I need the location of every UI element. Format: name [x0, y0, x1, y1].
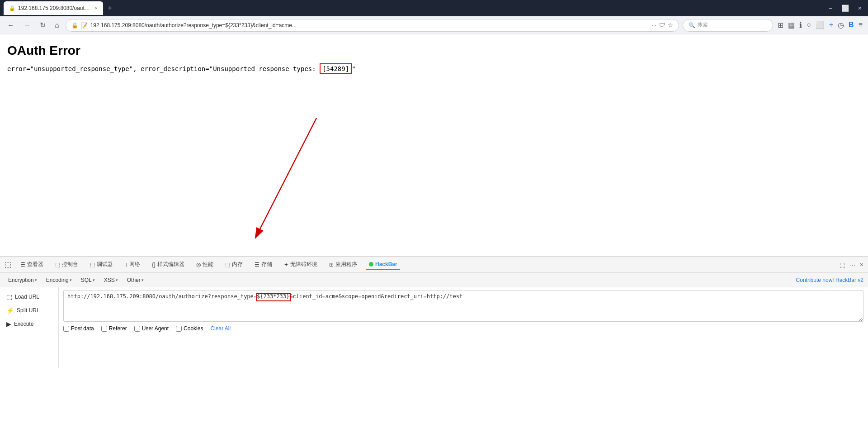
- hackbar-panel: Encryption ▾ Encoding ▾ SQL ▾ XSS ▾ Othe…: [0, 272, 868, 367]
- url-more-icon[interactable]: ···: [651, 22, 656, 29]
- hackbar-dot-icon: [369, 262, 373, 267]
- hackbar-menu-xss[interactable]: XSS ▾: [100, 276, 122, 285]
- bookmark-icon[interactable]: 🛡: [659, 22, 665, 29]
- viewer-label: 查看器: [27, 261, 43, 268]
- debugger-label: 调试器: [97, 261, 113, 268]
- style-label: 样式编辑器: [157, 261, 184, 268]
- encryption-arrow-icon: ▾: [35, 278, 37, 282]
- devtools-more-icon[interactable]: ···: [850, 261, 855, 268]
- devtools-tab-viewer[interactable]: ☰ 查看器: [18, 259, 46, 270]
- browser-chrome: 🔒 192.168.175.209:8080/oauth/au × + − ⬜ …: [0, 0, 868, 16]
- home-button[interactable]: ⌂: [52, 19, 62, 31]
- user-agent-checkbox[interactable]: [134, 326, 140, 332]
- screenshot-icon[interactable]: ⬜: [815, 20, 826, 30]
- account-icon[interactable]: ○: [806, 20, 812, 30]
- reload-button[interactable]: ↻: [37, 19, 48, 31]
- post-data-checkbox[interactable]: [63, 326, 69, 332]
- console-icon: ⬚: [55, 262, 60, 268]
- browser-toolbar-icons: ⊞ ▦ ℹ ○ ⬜ + ◷ B ≡: [777, 20, 863, 30]
- addon-green-icon[interactable]: +: [828, 20, 834, 30]
- svg-line-1: [260, 118, 316, 229]
- menu-icon[interactable]: ≡: [858, 20, 863, 30]
- sidebar-icon[interactable]: ▦: [787, 20, 796, 30]
- devtools-tab-debugger[interactable]: ⬚ 调试器: [87, 259, 116, 270]
- maximize-button[interactable]: ⬜: [839, 4, 852, 13]
- addon-circle-icon[interactable]: ◷: [837, 20, 845, 30]
- other-arrow-icon: ▾: [142, 278, 144, 282]
- tab-title: 192.168.175.209:8080/oauth/au: [18, 5, 92, 11]
- error-highlight-text: [54289]: [322, 65, 349, 72]
- error-prefix: error="unsupported_response_type", error…: [7, 65, 320, 72]
- hackbar-menu-encryption[interactable]: Encryption ▾: [5, 276, 41, 285]
- new-tab-button[interactable]: +: [105, 3, 115, 14]
- close-button[interactable]: ×: [855, 4, 864, 13]
- accessibility-label: 无障碍环境: [290, 261, 317, 268]
- url-display: 192.168.175.209:8080/oauth/authorize?res…: [90, 22, 649, 29]
- post-data-option[interactable]: Post data: [63, 325, 94, 332]
- load-url-label: Load URL: [15, 294, 39, 300]
- hackbar-toolbar: Encryption ▾ Encoding ▾ SQL ▾ XSS ▾ Othe…: [0, 273, 868, 287]
- info-icon[interactable]: ℹ: [798, 20, 803, 30]
- devtools-tab-memory[interactable]: ⬚ 内存: [222, 259, 245, 270]
- load-url-icon: ⬚: [6, 293, 12, 300]
- devtools-popout-icon[interactable]: ⬚: [840, 261, 845, 268]
- tab-close-btn[interactable]: ×: [95, 5, 98, 11]
- devtools-close-icon[interactable]: ×: [860, 261, 863, 268]
- devtools-tab-accessibility[interactable]: ✦ 无障碍环境: [281, 259, 320, 270]
- minimize-button[interactable]: −: [826, 4, 835, 13]
- app-label: 应用程序: [335, 261, 357, 268]
- cookies-option[interactable]: Cookies: [176, 325, 203, 332]
- referer-checkbox[interactable]: [101, 326, 107, 332]
- devtools-tab-network[interactable]: ↕ 网络: [122, 259, 143, 270]
- sql-arrow-icon: ▾: [93, 278, 95, 282]
- url-input[interactable]: http://192.168.175.209:8080/oauth/author…: [63, 290, 863, 322]
- active-tab[interactable]: 🔒 192.168.175.209:8080/oauth/au ×: [4, 1, 103, 15]
- search-bar[interactable]: 🔍 搜索: [683, 19, 773, 32]
- memory-label: 内存: [232, 261, 243, 268]
- contribute-link[interactable]: Contribute now! HackBar v2: [796, 277, 863, 283]
- search-placeholder: 搜索: [697, 21, 708, 29]
- sql-label: SQL: [81, 277, 92, 283]
- execute-label: Execute: [14, 321, 33, 327]
- devtools-tab-console[interactable]: ⬚ 控制台: [52, 259, 81, 270]
- forward-button[interactable]: →: [21, 19, 33, 31]
- clear-all-link[interactable]: Clear All: [210, 325, 231, 332]
- hackbar-menu-other[interactable]: Other ▾: [123, 276, 147, 285]
- star-icon[interactable]: ☆: [668, 22, 673, 29]
- referer-label: Referer: [109, 325, 127, 332]
- devtools-tab-hackbar[interactable]: HackBar: [366, 259, 400, 270]
- execute-button[interactable]: ▶ Execute: [3, 318, 56, 330]
- split-url-button[interactable]: ⚡ Split URL: [3, 305, 56, 316]
- tab-bar: 🔒 192.168.175.209:8080/oauth/au × +: [4, 1, 823, 15]
- user-agent-option[interactable]: User Agent: [134, 325, 169, 332]
- extensions-icon[interactable]: ⊞: [777, 20, 784, 30]
- style-icon: {}: [152, 262, 156, 268]
- storage-icon: ☰: [255, 262, 259, 268]
- post-data-label: Post data: [71, 325, 94, 332]
- cookies-checkbox[interactable]: [176, 326, 182, 332]
- devtools-tab-style[interactable]: {} 样式编辑器: [149, 259, 187, 270]
- other-label: Other: [127, 277, 141, 283]
- error-highlight-box: [54289]: [320, 63, 352, 74]
- user-agent-label: User Agent: [142, 325, 169, 332]
- back-button[interactable]: ←: [5, 19, 17, 31]
- url-input-container: http://192.168.175.209:8080/oauth/author…: [63, 290, 863, 322]
- perf-icon: ◎: [196, 262, 201, 268]
- network-icon: ↕: [125, 262, 127, 268]
- search-icon: 🔍: [689, 22, 695, 29]
- hackbar-menu-sql[interactable]: SQL ▾: [77, 276, 99, 285]
- load-url-button[interactable]: ⬚ Load URL: [3, 291, 56, 303]
- perf-label: 性能: [203, 261, 213, 268]
- inspect-icon[interactable]: ⬚: [5, 260, 11, 269]
- devtools-tab-storage[interactable]: ☰ 存储: [252, 259, 275, 270]
- referer-option[interactable]: Referer: [101, 325, 127, 332]
- hackbar-options-row: Post data Referer User Agent Cookies Cle…: [63, 325, 863, 332]
- page-title: OAuth Error: [7, 43, 861, 58]
- devtools-tab-app[interactable]: ⊞ 应用程序: [326, 259, 360, 270]
- memory-icon: ⬚: [225, 262, 230, 268]
- hackbar-menu-encoding[interactable]: Encoding ▾: [42, 276, 75, 285]
- devtools-right-controls: ⬚ ··· ×: [840, 261, 863, 268]
- devtools-tab-perf[interactable]: ◎ 性能: [193, 259, 216, 270]
- url-bar[interactable]: 🔒 📝 192.168.175.209:8080/oauth/authorize…: [66, 19, 679, 32]
- addon-blue-icon[interactable]: B: [848, 20, 855, 30]
